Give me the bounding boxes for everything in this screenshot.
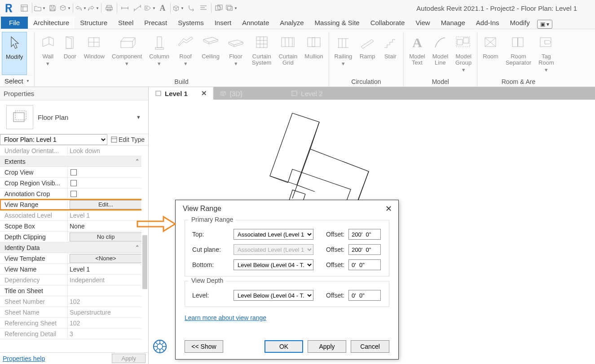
qat-views-icon[interactable] bbox=[18, 2, 30, 14]
properties-title: Properties bbox=[0, 87, 148, 101]
qat-text-icon[interactable]: A bbox=[157, 2, 168, 14]
prop-val[interactable]: Look down bbox=[67, 145, 144, 156]
type-selector[interactable]: Floor Plan ▼ bbox=[0, 101, 148, 134]
view-tab-3d[interactable]: {3D} bbox=[213, 87, 249, 100]
crop-view-checkbox[interactable] bbox=[71, 169, 77, 175]
type-name: Floor Plan bbox=[38, 114, 132, 121]
show-button[interactable]: << Show bbox=[185, 340, 223, 353]
model-line-button[interactable]: Model Line bbox=[429, 32, 452, 77]
tab-view[interactable]: View bbox=[410, 17, 435, 29]
learn-more-link[interactable]: Learn more about view range bbox=[185, 314, 266, 321]
tab-file[interactable]: File bbox=[1, 17, 28, 29]
column-button[interactable]: Column▾ bbox=[145, 32, 173, 77]
tab-addins[interactable]: Add-Ins bbox=[471, 17, 505, 29]
curtain-system-button[interactable]: Curtain System bbox=[248, 32, 275, 77]
bottom-level-select[interactable]: Level Below (Level 04 - T.O bbox=[234, 259, 313, 270]
qat-measure-icon[interactable] bbox=[119, 2, 131, 14]
tab-structure[interactable]: Structure bbox=[75, 17, 113, 29]
tab-massing[interactable]: Massing & Site bbox=[309, 17, 365, 29]
annotation-crop-checkbox[interactable] bbox=[71, 191, 77, 197]
ramp-button[interactable]: Ramp bbox=[356, 32, 379, 77]
edit-type-button[interactable]: Edit Type bbox=[107, 136, 148, 143]
qat-switch-windows-icon[interactable]: ▼ bbox=[226, 2, 238, 14]
railing-button[interactable]: Railing▾ bbox=[331, 32, 356, 77]
properties-help-link[interactable]: Properties help bbox=[3, 355, 45, 362]
tab-collaborate[interactable]: Collaborate bbox=[365, 17, 410, 29]
window-button[interactable]: Window bbox=[80, 32, 108, 77]
door-button[interactable]: Door bbox=[60, 32, 80, 77]
prop-val[interactable] bbox=[67, 285, 144, 296]
select-panel-label[interactable]: Select ▼ bbox=[2, 75, 32, 87]
qat-open-icon[interactable]: ▼ bbox=[34, 2, 46, 14]
tab-precast[interactable]: Precast bbox=[139, 17, 172, 29]
svg-rect-25 bbox=[121, 41, 132, 48]
prop-val[interactable]: None bbox=[67, 221, 144, 231]
tab-insert[interactable]: Insert bbox=[209, 17, 237, 29]
tag-room-button[interactable]: Tag Room▾ bbox=[535, 32, 558, 77]
qat-section-icon[interactable] bbox=[185, 2, 197, 14]
svg-rect-26 bbox=[157, 37, 162, 48]
floor-icon bbox=[227, 33, 245, 53]
close-tab-icon[interactable]: ✕ bbox=[201, 89, 207, 97]
tab-annotate[interactable]: Annotate bbox=[237, 17, 274, 29]
prop-val[interactable]: Level 1 bbox=[67, 264, 144, 274]
top-offset-input[interactable] bbox=[348, 229, 381, 240]
component-button[interactable]: Component▾ bbox=[108, 32, 145, 77]
view-template-button[interactable]: <None> bbox=[70, 254, 142, 263]
modify-button[interactable]: Modify bbox=[2, 32, 27, 75]
mullion-button[interactable]: Mullion bbox=[301, 32, 326, 77]
view-tab-level1[interactable]: Level 1 ✕ bbox=[149, 87, 213, 100]
qat-undo-icon[interactable]: ▼ bbox=[75, 2, 87, 14]
tab-appearance-toggle[interactable]: ▣ ▾ bbox=[537, 20, 552, 29]
curtain-grid-button[interactable]: Curtain Grid bbox=[275, 32, 301, 77]
prop-category[interactable]: Identity Data bbox=[4, 244, 135, 251]
tab-systems[interactable]: Systems bbox=[172, 17, 209, 29]
tab-architecture[interactable]: Architecture bbox=[28, 17, 75, 29]
top-level-select[interactable]: Associated Level (Level 1) bbox=[234, 229, 313, 240]
tab-steel[interactable]: Steel bbox=[113, 17, 139, 29]
view-range-edit-button[interactable]: Edit... bbox=[70, 200, 142, 209]
instance-filter-select[interactable]: Floor Plan: Level 1 bbox=[0, 134, 107, 145]
floor-button[interactable]: Floor▾ bbox=[223, 32, 248, 77]
qat-redo-icon[interactable]: ▼ bbox=[88, 2, 99, 14]
prop-key: View Name bbox=[4, 266, 67, 273]
qat-close-inactive-icon[interactable] bbox=[213, 2, 225, 14]
depth-offset-input[interactable] bbox=[348, 290, 381, 301]
prop-val: 102 bbox=[67, 296, 144, 307]
crop-region-checkbox[interactable] bbox=[71, 180, 77, 186]
qat-tag-icon[interactable]: ▼ bbox=[144, 2, 156, 14]
room-separator-button[interactable]: Room Separator bbox=[502, 32, 535, 77]
cut-offset-input[interactable] bbox=[348, 244, 381, 255]
depth-clipping-button[interactable]: No clip bbox=[70, 232, 142, 241]
depth-level-select[interactable]: Level Below (Level 04 - T.O bbox=[234, 290, 313, 301]
qat-aligned-dim-icon[interactable] bbox=[132, 2, 143, 14]
cancel-button[interactable]: Cancel bbox=[351, 340, 389, 353]
ramp-icon bbox=[359, 33, 375, 53]
properties-apply-button[interactable]: Apply bbox=[112, 354, 145, 363]
ceiling-button[interactable]: Ceiling bbox=[198, 32, 223, 77]
wall-button[interactable]: Wall▾ bbox=[36, 32, 60, 77]
tab-analyze[interactable]: Analyze bbox=[274, 17, 309, 29]
qat-thin-lines-icon[interactable] bbox=[198, 2, 209, 14]
room-button[interactable]: Room bbox=[479, 32, 502, 77]
qat-save-icon[interactable] bbox=[47, 2, 58, 14]
properties-scrollbar[interactable] bbox=[141, 145, 148, 352]
tab-modify[interactable]: Modify bbox=[505, 17, 535, 29]
ok-button[interactable]: OK bbox=[264, 340, 303, 353]
stair-button[interactable]: Stair bbox=[379, 32, 401, 77]
model-group-button[interactable]: Model Group▾ bbox=[452, 32, 475, 77]
svg-rect-45 bbox=[463, 38, 469, 43]
tab-manage[interactable]: Manage bbox=[436, 17, 471, 29]
steering-wheel-icon[interactable] bbox=[152, 339, 167, 354]
roof-button[interactable]: Roof▾ bbox=[173, 32, 198, 77]
apply-button[interactable]: Apply bbox=[308, 340, 346, 353]
prop-category[interactable]: Extents bbox=[4, 158, 135, 165]
bottom-offset-input[interactable] bbox=[348, 259, 381, 270]
view-tab-level2[interactable]: Level 2 bbox=[285, 87, 329, 100]
close-icon[interactable]: ✕ bbox=[385, 204, 392, 214]
revit-logo-icon bbox=[3, 2, 15, 14]
qat-print-icon[interactable] bbox=[103, 2, 115, 14]
model-text-button[interactable]: AModel Text bbox=[405, 32, 428, 77]
qat-3d-icon[interactable]: ▼ bbox=[172, 2, 184, 14]
qat-sync-icon[interactable]: ▼ bbox=[59, 2, 71, 14]
